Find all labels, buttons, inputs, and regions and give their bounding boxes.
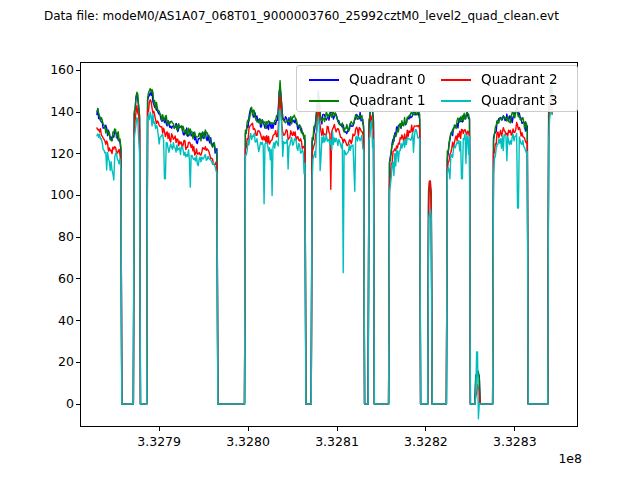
y-tick-mark [76, 70, 80, 71]
legend-line-sample [309, 79, 339, 81]
y-tick-label: 60 [34, 271, 74, 286]
legend-label: Quadrant 3 [481, 94, 558, 108]
y-tick-label: 40 [34, 313, 74, 328]
legend-entry: Quadrant 3 [441, 90, 571, 111]
legend: Quadrant 0Quadrant 1Quadrant 2Quadrant 3 [296, 65, 578, 112]
y-tick-label: 160 [34, 62, 74, 77]
legend-line-sample [309, 100, 339, 102]
y-tick-mark [76, 195, 80, 196]
y-tick-mark [76, 153, 80, 154]
x-tick-mark [514, 427, 515, 431]
legend-line-sample [441, 79, 471, 81]
x-tick-label: 3.3280 [220, 434, 276, 449]
y-tick-mark [76, 278, 80, 279]
figure-title: Data file: modeM0/AS1A07_068T01_90000037… [44, 9, 559, 23]
x-tick-label: 3.3279 [131, 434, 187, 449]
legend-label: Quadrant 2 [481, 73, 558, 87]
y-tick-label: 0 [34, 396, 74, 411]
x-tick-label: 3.3282 [398, 434, 454, 449]
legend-entry: Quadrant 2 [441, 69, 571, 90]
legend-label: Quadrant 0 [349, 73, 426, 87]
legend-line-sample [441, 100, 471, 102]
y-tick-mark [76, 112, 80, 113]
x-axis-offset-label: 1e8 [534, 451, 582, 466]
y-tick-label: 80 [34, 229, 74, 244]
y-tick-label: 120 [34, 146, 74, 161]
y-tick-label: 20 [34, 354, 74, 369]
matplotlib-figure: Data file: modeM0/AS1A07_068T01_90000037… [0, 0, 640, 480]
x-tick-mark [159, 427, 160, 431]
legend-entry: Quadrant 0 [309, 69, 441, 90]
x-tick-mark [337, 427, 338, 431]
y-tick-label: 140 [34, 104, 74, 119]
y-tick-label: 100 [34, 187, 74, 202]
x-tick-label: 3.3283 [487, 434, 543, 449]
y-tick-mark [76, 404, 80, 405]
x-tick-label: 3.3281 [309, 434, 365, 449]
y-tick-mark [76, 320, 80, 321]
y-tick-mark [76, 237, 80, 238]
legend-entry: Quadrant 1 [309, 90, 441, 111]
x-tick-mark [425, 427, 426, 431]
y-tick-mark [76, 362, 80, 363]
plot-canvas [80, 62, 578, 427]
x-tick-mark [248, 427, 249, 431]
legend-label: Quadrant 1 [349, 94, 426, 108]
